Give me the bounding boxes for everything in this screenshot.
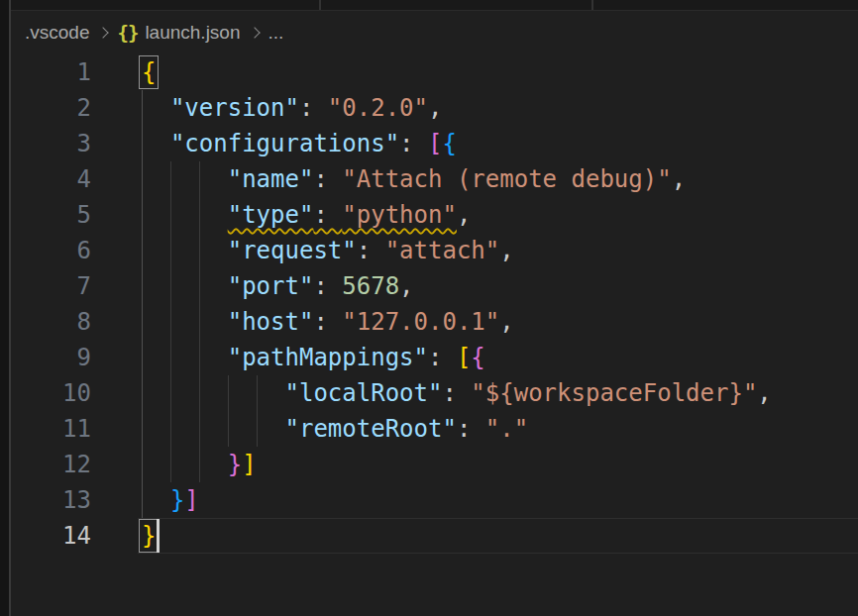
line-number[interactable]: 14: [11, 518, 91, 554]
code-line[interactable]: 7 "port": 5678,: [11, 268, 858, 304]
line-number[interactable]: 6: [11, 233, 91, 268]
vscode-window: .vscode{}launch.json... 1 { 2 "version":…: [0, 0, 858, 616]
code-line[interactable]: 14 }: [11, 518, 858, 554]
token-b1: ]: [242, 451, 256, 478]
code-line[interactable]: 11 "remoteRoot": ".": [11, 411, 858, 447]
code-text: }]: [142, 447, 257, 482]
code-line[interactable]: 4 "name": "Attach (remote debug)",: [11, 161, 858, 197]
line-number[interactable]: 12: [11, 447, 91, 482]
line-number[interactable]: 4: [11, 161, 91, 197]
token-key: "version": [170, 94, 299, 122]
bracket-match-box: [139, 55, 159, 89]
token-pun: :: [442, 379, 471, 407]
token-pun: :: [357, 237, 385, 264]
code-text: "name": "Attach (remote debug)",: [142, 161, 686, 197]
tab-separator: [591, 0, 593, 10]
code-line[interactable]: 13 }]: [11, 482, 858, 518]
breadcrumb: .vscode{}launch.json...: [11, 11, 858, 54]
token-key: "type": [228, 201, 314, 229]
token-str: "0.2.0": [328, 94, 428, 122]
token-pun: ,: [672, 165, 686, 193]
token-pun: :: [299, 94, 328, 122]
code-text: "pathMappings": [{: [142, 340, 485, 375]
code-text: "type": "python",: [142, 197, 471, 233]
code-text: }]: [142, 482, 199, 518]
token-pun: :: [428, 344, 457, 371]
token-str: ".": [485, 415, 528, 443]
line-number[interactable]: 2: [11, 90, 91, 126]
token-key: "host": [228, 308, 314, 336]
code-line[interactable]: 8 "host": "127.0.0.1",: [11, 304, 858, 340]
line-number[interactable]: 13: [11, 482, 91, 518]
token-str: "${workspaceFolder}": [471, 379, 757, 407]
token-str: "127.0.0.1": [342, 308, 499, 336]
text-cursor: [157, 519, 160, 553]
token-str: "Attach (remote debug)": [342, 165, 671, 193]
code-text: "host": "127.0.0.1",: [142, 304, 514, 340]
code-line[interactable]: 2 "version": "0.2.0",: [11, 90, 858, 126]
token-pun: :: [313, 308, 342, 336]
line-number[interactable]: 8: [11, 304, 91, 340]
code-line[interactable]: 1 {: [11, 54, 858, 90]
line-number[interactable]: 9: [11, 340, 91, 375]
line-number[interactable]: 7: [11, 268, 91, 304]
token-pun: :: [313, 165, 342, 193]
breadcrumb-item-vscode[interactable]: .vscode: [25, 22, 89, 44]
token-pun: ,: [457, 201, 471, 229]
code-text: "request": "attach",: [142, 233, 514, 268]
token-key: "localRoot": [285, 379, 443, 407]
breadcrumb-item-launchjson[interactable]: launch.json: [145, 22, 240, 44]
token-num: 5678: [342, 272, 399, 300]
code-line[interactable]: 3 "configurations": [{: [11, 126, 858, 161]
token-pun: ,: [499, 308, 513, 336]
token-str: "python": [342, 201, 457, 229]
tab-bar[interactable]: [11, 0, 858, 11]
editor-group: .vscode{}launch.json... 1 { 2 "version":…: [11, 0, 858, 616]
token-b1: [: [457, 344, 471, 371]
token-key: "name": [228, 165, 314, 193]
line-number[interactable]: 3: [11, 126, 91, 161]
token-pun: :: [313, 272, 342, 300]
token-b2: {: [471, 344, 484, 371]
code-text: "localRoot": "${workspaceFolder}",: [142, 375, 772, 411]
token-b2: ]: [184, 486, 198, 514]
token-key: "remoteRoot": [285, 415, 457, 443]
code-text: "port": 5678,: [142, 268, 414, 304]
code-text: "configurations": [{: [142, 126, 457, 161]
tab-separator: [319, 0, 321, 10]
window-left-border: [0, 0, 11, 616]
code-text: "remoteRoot": ".": [142, 411, 528, 447]
warning-squiggle: "type": "python": [228, 201, 457, 229]
line-number[interactable]: 5: [11, 197, 91, 233]
token-key: "request": [228, 237, 357, 264]
code-line[interactable]: 12 }]: [11, 447, 858, 482]
token-str: "attach": [385, 237, 500, 264]
token-key: "configurations": [170, 130, 399, 157]
code-line[interactable]: 5 "type": "python",: [11, 197, 858, 233]
chevron-right-icon: [98, 27, 109, 38]
token-b3: }: [170, 486, 184, 514]
line-number[interactable]: 1: [11, 54, 91, 90]
chevron-right-icon: [249, 27, 260, 38]
token-pun: :: [399, 130, 428, 157]
token-b3: {: [442, 130, 456, 157]
editor[interactable]: 1 { 2 "version": "0.2.0", 3 "configurati…: [11, 54, 858, 554]
token-pun: ,: [399, 272, 413, 300]
token-pun: ,: [757, 379, 771, 407]
bracket-match-box: [139, 519, 159, 553]
code-line[interactable]: 9 "pathMappings": [{: [11, 340, 858, 375]
code-line[interactable]: 6 "request": "attach",: [11, 233, 858, 268]
token-pun: ,: [428, 94, 442, 122]
token-pun: :: [313, 201, 342, 229]
token-pun: ,: [499, 237, 513, 264]
code-line[interactable]: 10 "localRoot": "${workspaceFolder}",: [11, 375, 858, 411]
token-key: "port": [228, 272, 314, 300]
token-b2: }: [228, 451, 242, 478]
json-braces-icon: {}: [117, 22, 138, 44]
token-b2: [: [428, 130, 442, 157]
line-number[interactable]: 10: [11, 375, 91, 411]
line-number[interactable]: 11: [11, 411, 91, 447]
token-pun: :: [457, 415, 485, 443]
token-key: "pathMappings": [228, 344, 428, 371]
breadcrumb-item-[interactable]: ...: [268, 22, 284, 44]
